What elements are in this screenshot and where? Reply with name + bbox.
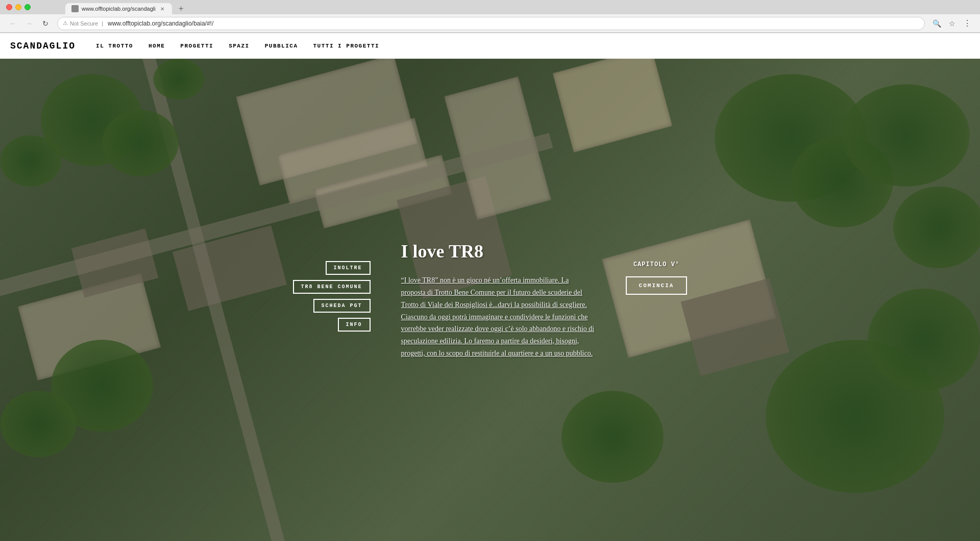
- website: SCANDAGLIO IL TROTTO HOME PROGETTI SPAZI…: [0, 33, 980, 541]
- tab-title: www.offtopiclab.org/scandagli: [82, 6, 156, 12]
- tab-favicon: [71, 5, 79, 12]
- browser-chrome: www.offtopiclab.org/scandagli ✕ + ← → ↻ …: [0, 0, 980, 33]
- left-panel: INOLTRE TR8 BENE COMUNE SCHEDA PGT INFO: [293, 261, 371, 332]
- security-label: Not Secure: [70, 20, 98, 27]
- nav-link-home[interactable]: HOME: [149, 43, 165, 49]
- close-button[interactable]: [6, 4, 12, 10]
- tab-close-icon[interactable]: ✕: [159, 5, 166, 12]
- browser-titlebar: www.offtopiclab.org/scandagli ✕ +: [0, 0, 980, 14]
- address-bar[interactable]: ⚠ Not Secure | www.offtopiclab.org/scand…: [57, 17, 925, 30]
- minimize-button[interactable]: [15, 4, 21, 10]
- security-indicator: ⚠ Not Secure |: [63, 20, 105, 27]
- lock-icon: ⚠: [63, 20, 68, 27]
- search-icon[interactable]: 🔍: [930, 17, 943, 30]
- hero-title: I love TR8: [401, 241, 595, 262]
- info-button[interactable]: INFO: [338, 318, 371, 332]
- traffic-lights: [6, 4, 31, 10]
- site-logo[interactable]: SCANDAGLIO: [10, 41, 76, 51]
- nav-link-progetti[interactable]: PROGETTI: [180, 43, 213, 49]
- comincia-button[interactable]: COMINCIA: [626, 276, 688, 295]
- nav-link-spazi[interactable]: SPAZI: [229, 43, 250, 49]
- browser-tabs: www.offtopiclab.org/scandagli ✕ +: [35, 0, 219, 14]
- right-panel: CAPITOLO V° COMINCIA: [626, 261, 688, 295]
- center-panel: I love TR8 “I love TR8” non è un gioco n…: [401, 241, 595, 360]
- hero-content: INOLTRE TR8 BENE COMUNE SCHEDA PGT INFO …: [0, 59, 980, 541]
- nav-link-tutti-i-progetti[interactable]: TUTTI I PROGETTI: [313, 43, 380, 49]
- content-panel: INOLTRE TR8 BENE COMUNE SCHEDA PGT INFO …: [273, 220, 708, 380]
- scheda-pgt-button[interactable]: SCHEDA PGT: [313, 299, 371, 313]
- menu-icon[interactable]: ⋮: [961, 17, 974, 30]
- nav-link-il-trotto[interactable]: IL TROTTO: [96, 43, 133, 49]
- bookmark-icon[interactable]: ☆: [945, 17, 959, 30]
- maximize-button[interactable]: [24, 4, 31, 10]
- browser-tab-active[interactable]: www.offtopiclab.org/scandagli ✕: [65, 3, 172, 14]
- refresh-button[interactable]: ↻: [39, 17, 52, 30]
- back-button[interactable]: ←: [6, 17, 19, 30]
- hero-description: “I love TR8” non è un gioco né un’offert…: [401, 274, 595, 360]
- inoltre-button[interactable]: INOLTRE: [326, 261, 371, 275]
- site-nav: SCANDAGLIO IL TROTTO HOME PROGETTI SPAZI…: [0, 33, 980, 59]
- tr8-bene-comune-button[interactable]: TR8 BENE COMUNE: [293, 280, 371, 294]
- new-tab-button[interactable]: +: [174, 3, 188, 14]
- nav-link-pubblica[interactable]: PUBBLICA: [265, 43, 298, 49]
- chapter-label: CAPITOLO V°: [633, 261, 679, 268]
- toolbar-right: 🔍 ☆ ⋮: [930, 17, 974, 30]
- nav-links: IL TROTTO HOME PROGETTI SPAZI PUBBLICA T…: [96, 43, 379, 49]
- url-text: www.offtopiclab.org/scandaglio/baia/#!/: [108, 20, 919, 27]
- forward-button[interactable]: →: [22, 17, 36, 30]
- browser-toolbar: ← → ↻ ⚠ Not Secure | www.offtopiclab.org…: [0, 14, 980, 33]
